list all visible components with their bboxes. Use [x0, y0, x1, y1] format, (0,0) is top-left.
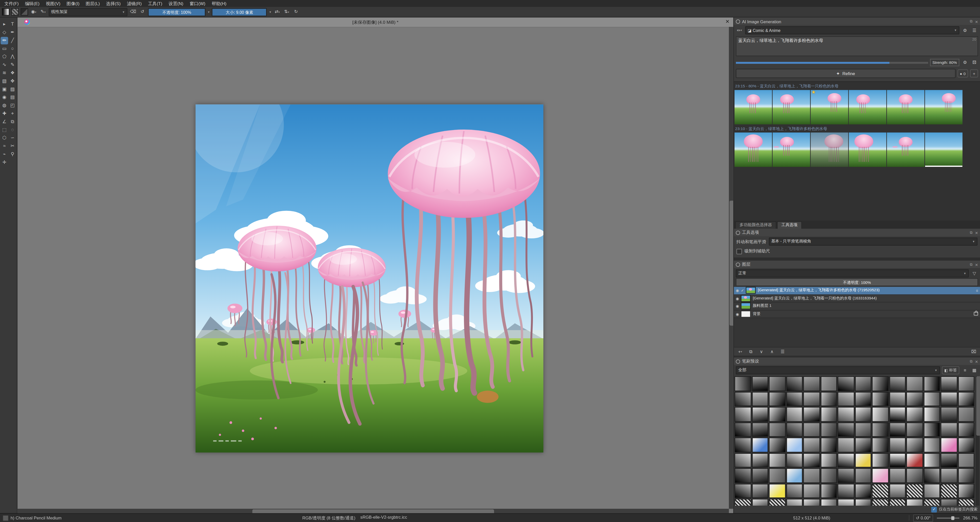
layer-blend-mode-dropdown[interactable]: 正常 ▼	[736, 269, 969, 278]
close-icon[interactable]: ✕	[975, 359, 978, 363]
list-view-icon[interactable]: ≡	[961, 367, 969, 374]
mirror-horizontal-icon[interactable]: ⇄▾	[274, 8, 281, 15]
menu-icon[interactable]: ☰	[970, 27, 978, 34]
brush-preset-thumbnail[interactable]	[906, 422, 923, 437]
text-tool-icon[interactable]: T	[9, 21, 16, 28]
zoom-tool-icon[interactable]: ⚲	[9, 151, 16, 158]
brush-preset-thumbnail[interactable]	[752, 391, 768, 406]
layer-row-generated-one[interactable]: ◉[Generated] 蓝天白云，绿草地上，飞翔着一只粉色的水母 (16331…	[734, 295, 980, 303]
layer-filter-funnel-icon[interactable]: ▽	[970, 270, 978, 277]
pattern-chooser-icon[interactable]	[11, 8, 19, 16]
similar-color-selection-tool-icon[interactable]: ≈	[0, 142, 8, 150]
brush-preset-thumbnail[interactable]	[786, 376, 803, 391]
history-thumbnail[interactable]	[887, 132, 924, 167]
brush-preset-thumbnail[interactable]	[958, 499, 974, 506]
gradient-chooser-icon[interactable]	[2, 8, 9, 16]
brush-preset-thumbnail[interactable]	[906, 407, 923, 421]
brush-preset-thumbnail[interactable]	[735, 391, 751, 406]
brush-preset-thumbnail[interactable]	[821, 453, 837, 467]
brush-preset-thumbnail[interactable]	[854, 437, 871, 452]
brush-preset-thumbnail[interactable]	[786, 484, 803, 498]
brush-preset-thumbnail[interactable]	[872, 468, 889, 483]
brush-preset-thumbnail[interactable]	[786, 422, 803, 437]
refine-button[interactable]: ✦ Refine	[736, 69, 956, 78]
brush-preset-thumbnail[interactable]	[941, 499, 957, 506]
float-docker-icon[interactable]: ⧉	[970, 230, 973, 235]
move-tool-icon[interactable]: ✥	[9, 77, 16, 85]
wrap-around-mode-icon[interactable]: ↻	[293, 8, 300, 15]
smart-patch-tool-icon[interactable]: ✚	[0, 110, 8, 118]
brush-preset-thumbnail[interactable]	[735, 422, 751, 437]
brush-presets-header[interactable]: 笔刷预设 ⧉ ✕	[734, 358, 980, 365]
polygonal-selection-tool-icon[interactable]: ⬡	[0, 134, 8, 142]
chevron-down-icon[interactable]: ▼	[207, 10, 210, 13]
brush-preset-thumbnail[interactable]	[941, 422, 957, 437]
tool-options-header[interactable]: 工具选项 ⧉ ✕	[734, 229, 980, 236]
brush-tag-filter-dropdown[interactable]: 全部 ▼	[736, 366, 940, 374]
blend-mode-dropdown[interactable]: 线性加深 ▼	[49, 8, 127, 16]
brush-preset-thumbnail[interactable]	[854, 407, 871, 421]
brush-preset-thumbnail[interactable]	[854, 468, 871, 483]
menu-item-window[interactable]: 窗口(W)	[186, 0, 208, 6]
workspace-mode-icon[interactable]: ✏▾	[736, 27, 743, 34]
menu-item-filter[interactable]: 滤镜(R)	[124, 0, 145, 6]
brush-preset-thumbnail[interactable]	[837, 422, 854, 437]
fill-tool-icon[interactable]: ◍	[0, 102, 8, 109]
menu-item-select[interactable]: 选择(S)	[103, 0, 124, 6]
brush-preset-thumbnail[interactable]	[752, 422, 768, 437]
brush-preset-thumbnail[interactable]	[803, 437, 820, 452]
brush-preset-thumbnail[interactable]	[821, 437, 837, 452]
ai-docker-header[interactable]: AI Image Generation ⧉ ✕	[734, 18, 980, 25]
color-sampler-tool-icon[interactable]: ◉	[0, 94, 8, 101]
brush-preset-thumbnail[interactable]	[837, 468, 854, 483]
brush-preset-thumbnail[interactable]	[941, 437, 957, 452]
brush-preset-thumbnail[interactable]	[889, 437, 906, 452]
canvas-area[interactable]: [未保存图像] (4.0 MiB) * ✕	[18, 18, 733, 513]
history-thumbnail[interactable]: ★	[811, 90, 848, 125]
brush-preset-thumbnail[interactable]	[837, 499, 854, 506]
brush-preset-thumbnail[interactable]	[872, 376, 889, 391]
brush-preset-thumbnail[interactable]	[786, 468, 803, 483]
brush-preset-thumbnail[interactable]	[941, 484, 957, 498]
freehand-brush-tool-icon[interactable]: ✏	[0, 37, 8, 44]
close-icon[interactable]: ✕	[725, 19, 730, 24]
queue-count-badge[interactable]: ● 0	[957, 70, 968, 78]
brush-preset-thumbnail[interactable]	[924, 407, 940, 421]
float-docker-icon[interactable]: ⧉	[970, 19, 973, 24]
history-thumbnail[interactable]	[773, 90, 810, 125]
layers-header[interactable]: 图层 ⧉ ✕	[734, 260, 980, 268]
menu-item-view[interactable]: 视图(V)	[43, 0, 64, 6]
brush-preset-thumbnail[interactable]	[906, 391, 923, 406]
style-dropdown[interactable]: ◪ Comic & Anime ▼	[745, 26, 959, 35]
brush-preset-thumbnail[interactable]	[941, 376, 957, 391]
brush-preset-thumbnail[interactable]	[735, 376, 751, 391]
brush-preset-thumbnail[interactable]	[837, 484, 854, 498]
brush-preset-thumbnail[interactable]	[735, 453, 751, 467]
gradient-tool-icon[interactable]: ▨	[9, 86, 16, 93]
brush-preset-thumbnail[interactable]	[941, 453, 957, 467]
brush-preset-thumbnail[interactable]	[786, 499, 803, 506]
brush-preset-thumbnail[interactable]	[854, 499, 871, 506]
brush-preset-thumbnail[interactable]	[889, 422, 906, 437]
history-thumbnail[interactable]	[735, 90, 772, 125]
brush-preset-thumbnail[interactable]	[958, 407, 974, 421]
menu-item-edit[interactable]: 编辑(E)	[22, 0, 43, 6]
close-icon[interactable]: ✕	[975, 262, 978, 267]
brush-preset-thumbnail[interactable]	[752, 453, 768, 467]
brush-preset-thumbnail[interactable]	[769, 468, 786, 483]
gear-icon[interactable]: ⚙	[961, 27, 969, 34]
brush-preset-thumbnail[interactable]	[769, 499, 786, 506]
chevron-down-icon[interactable]: ▼	[269, 10, 272, 13]
brush-preset-thumbnail[interactable]	[735, 468, 751, 483]
brush-preset-thumbnail[interactable]	[958, 376, 974, 391]
polygon-tool-icon[interactable]: ⬠	[0, 53, 8, 61]
eraser-mode-icon[interactable]: ⌫	[129, 8, 137, 15]
freehand-selection-tool-icon[interactable]: ∽	[9, 134, 16, 142]
brush-preset-thumbnail[interactable]	[769, 422, 786, 437]
reload-preset-icon[interactable]: ↺	[138, 8, 146, 15]
brush-preset-thumbnail[interactable]	[924, 422, 940, 437]
brush-preset-thumbnail[interactable]	[837, 376, 854, 391]
magnetic-selection-tool-icon[interactable]: ⌁	[0, 151, 8, 158]
brush-preset-thumbnail[interactable]	[821, 499, 837, 506]
float-docker-icon[interactable]: ⧉	[970, 262, 973, 267]
